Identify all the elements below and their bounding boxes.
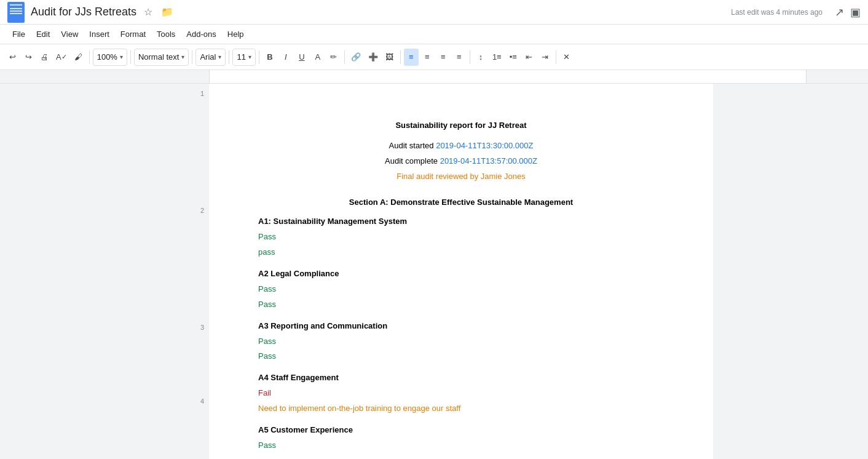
font-dropdown[interactable]: Arial ▾	[195, 49, 226, 66]
menu-insert[interactable]: Insert	[84, 27, 114, 41]
a4-result-1: Fail	[258, 387, 664, 400]
separator-2	[130, 50, 131, 64]
insert-image-button[interactable]: ➕	[365, 49, 381, 66]
font-chevron: ▾	[218, 54, 221, 60]
a3-result-1: Pass	[258, 335, 664, 348]
a4-result-2: Need to implement on-the-job training to…	[258, 402, 664, 415]
italic-button[interactable]: I	[278, 49, 293, 66]
menu-view[interactable]: View	[56, 27, 83, 41]
page-num-4: 4	[200, 397, 204, 405]
doc-icon	[7, 2, 25, 23]
menu-tools[interactable]: Tools	[152, 27, 180, 41]
increase-indent-button[interactable]: ⇥	[538, 49, 553, 66]
fontsize-chevron: ▾	[248, 54, 251, 60]
separator-6	[344, 50, 345, 64]
separator-1	[89, 50, 90, 64]
spellcheck-button[interactable]: A✓	[53, 49, 70, 66]
align-left-button[interactable]: ≡	[404, 49, 419, 66]
fontsize-dropdown[interactable]: 11 ▾	[232, 49, 255, 66]
top-right-icons: ↗ ▣	[835, 6, 861, 19]
font-value: Arial	[200, 52, 216, 62]
a1-result-2: pass	[258, 246, 664, 259]
right-margin	[713, 84, 868, 459]
doc-title: Audit for JJs Retreats	[31, 6, 136, 18]
separator-8	[470, 50, 470, 64]
subsection-a2-title: A2 Legal Compliance	[258, 269, 664, 278]
insert-photo-button[interactable]: 🖼	[382, 49, 397, 66]
print-button[interactable]: 🖨	[37, 49, 52, 66]
style-value: Normal text	[138, 52, 179, 62]
a2-result-1: Pass	[258, 283, 664, 296]
folder-icon[interactable]: 📁	[159, 5, 176, 19]
a1-result-1: Pass	[258, 231, 664, 244]
toolbar: ↩ ↪ 🖨 A✓ 🖌 100% ▾ Normal text ▾ Arial ▾ …	[0, 44, 868, 70]
menu-file[interactable]: File	[7, 27, 30, 41]
separator-4	[229, 50, 229, 64]
audit-started-timestamp: 2019-04-11T13:30:00.000Z	[436, 141, 533, 150]
subsection-a3-title: A3 Reporting and Communication	[258, 321, 664, 330]
a3-result-2: Pass	[258, 350, 664, 363]
subsection-a5-title: A5 Customer Experience	[258, 425, 664, 434]
audit-complete-prefix: Audit complete	[385, 156, 440, 166]
style-dropdown[interactable]: Normal text ▾	[134, 49, 189, 66]
undo-button[interactable]: ↩	[5, 49, 20, 66]
paint-format-button[interactable]: 🖌	[71, 49, 86, 66]
numbered-list-button[interactable]: 1≡	[489, 49, 505, 66]
ruler	[0, 70, 868, 84]
trending-icon[interactable]: ↗	[835, 6, 844, 19]
a2-result-2: Pass	[258, 298, 664, 311]
justify-button[interactable]: ≡	[452, 49, 467, 66]
redo-button[interactable]: ↪	[21, 49, 36, 66]
bullet-list-button[interactable]: •≡	[506, 49, 521, 66]
zoom-chevron: ▾	[120, 54, 123, 60]
fontsize-value: 11	[237, 52, 245, 62]
document-title: Sustainability report for JJ Retreat	[258, 121, 664, 130]
title-icons: ☆ 📁	[141, 5, 176, 19]
zoom-dropdown[interactable]: 100% ▾	[93, 49, 127, 66]
page-num-1: 1	[200, 90, 204, 97]
link-button[interactable]: 🔗	[348, 49, 364, 66]
left-margin: 1 2 3 4 5	[0, 84, 209, 459]
text-color-button[interactable]: A	[310, 49, 325, 66]
underline-button[interactable]: U	[294, 49, 309, 66]
document-body: Sustainability report for JJ Retreat Aud…	[209, 84, 713, 459]
clear-format-button[interactable]: ✕	[559, 49, 574, 66]
bold-button[interactable]: B	[262, 49, 277, 66]
ruler-inner	[209, 70, 807, 83]
align-center-button[interactable]: ≡	[420, 49, 435, 66]
menu-format[interactable]: Format	[116, 27, 151, 41]
audit-complete-line: Audit complete 2019-04-11T13:57:00.000Z	[258, 155, 664, 168]
audit-started-prefix: Audit started	[389, 141, 436, 150]
menu-help[interactable]: Help	[223, 27, 249, 41]
apps-icon[interactable]: ▣	[850, 6, 861, 19]
title-bar: Audit for JJs Retreats ☆ 📁 Last edit was…	[0, 0, 868, 25]
a5-result-1: Pass	[258, 439, 664, 452]
menu-edit[interactable]: Edit	[31, 27, 55, 41]
reviewer-line: Final audit reviewed by Jamie Jones	[258, 170, 664, 183]
style-chevron: ▾	[181, 54, 184, 60]
subsection-a4-title: A4 Staff Engagement	[258, 373, 664, 382]
subsection-a1-title: A1: Sustainability Management System	[258, 217, 664, 226]
align-right-button[interactable]: ≡	[436, 49, 451, 66]
separator-5	[259, 50, 259, 64]
decrease-indent-button[interactable]: ⇤	[522, 49, 537, 66]
line-spacing-button[interactable]: ↕	[473, 49, 488, 66]
separator-9	[556, 50, 556, 64]
highlight-button[interactable]: ✏	[326, 49, 341, 66]
separator-7	[400, 50, 401, 64]
audit-complete-timestamp: 2019-04-11T13:57:00.000Z	[440, 156, 537, 166]
menu-addons[interactable]: Add-ons	[181, 27, 221, 41]
separator-3	[192, 50, 192, 64]
page-num-3: 3	[200, 324, 204, 331]
main-area: 1 2 3 4 5 Sustainability report for JJ R…	[0, 84, 868, 459]
zoom-value: 100%	[97, 52, 117, 62]
star-icon[interactable]: ☆	[141, 5, 155, 19]
reviewer-text: Final audit reviewed by Jamie Jones	[397, 172, 526, 181]
last-edit-text: Last edit was 4 minutes ago	[731, 8, 823, 17]
section-a-header: Section A: Demonstrate Effective Sustain…	[258, 198, 664, 207]
page-num-2: 2	[200, 207, 204, 214]
audit-started-line: Audit started 2019-04-11T13:30:00.000Z	[258, 140, 664, 153]
menu-bar: File Edit View Insert Format Tools Add-o…	[0, 25, 868, 44]
